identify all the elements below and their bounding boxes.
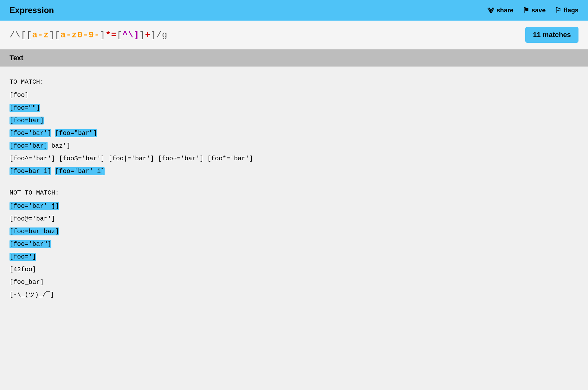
- spacer-1: [10, 178, 578, 187]
- match-8: [foo='bar' j]: [10, 202, 59, 210]
- text-line-15: [-\_(ツ)_/¯]: [10, 289, 578, 301]
- regex-literal-bracket-close: ]: [151, 30, 156, 40]
- text-line-9: [foo@='bar']: [10, 213, 578, 225]
- text-section-header: Text: [0, 49, 588, 67]
- regex-neg-class-close: ]: [139, 30, 145, 40]
- flags-icon: ⚐: [555, 6, 561, 15]
- match-2: [foo=bar]: [10, 117, 44, 125]
- match-4: [foo="bar"]: [55, 129, 97, 137]
- not-to-match-label: NOT TO MATCH:: [10, 187, 578, 199]
- regex-delimiter-close: /: [156, 30, 162, 40]
- match-9: [foo=bar baz]: [10, 227, 59, 235]
- text-line-7: [foo=bar i] [foo='bar' i]: [10, 165, 578, 177]
- match-3: [foo='bar']: [10, 129, 51, 137]
- text-line-8: [foo='bar' j]: [10, 200, 578, 212]
- regex-flags: g: [162, 30, 168, 40]
- match-1: [foo=""]: [10, 104, 40, 112]
- text-line-4: [foo='bar'] [foo="bar"]: [10, 127, 578, 139]
- match-6: [foo=bar i]: [10, 167, 51, 175]
- text-line-1: [foo]: [10, 89, 578, 101]
- regex-char-class-open2: [: [55, 30, 60, 40]
- save-icon: ⚑: [523, 6, 529, 15]
- text-line-6: [foo^='bar'] [foo$='bar'] [foo|='bar'] […: [10, 153, 578, 165]
- match-7: [foo='bar' i]: [55, 167, 105, 175]
- save-button[interactable]: ⚑ save: [523, 6, 546, 15]
- app-title: Expression: [10, 5, 54, 15]
- regex-range-az: a-z: [32, 30, 49, 40]
- regex-range-az09: a-z0-9-: [60, 30, 100, 40]
- flags-button[interactable]: ⚐ flags: [555, 6, 578, 15]
- regex-neg-class-open: [: [117, 30, 122, 40]
- regex-equals: =: [111, 30, 117, 40]
- match-10: [foo='bar"]: [10, 240, 51, 248]
- match-11: [foo=']: [10, 253, 36, 261]
- matches-badge[interactable]: 11 matches: [525, 27, 578, 43]
- text-line-11: [foo='bar"]: [10, 238, 578, 250]
- share-button[interactable]: ⨈ share: [487, 6, 513, 15]
- regex-quantifier-plus: +: [145, 30, 151, 40]
- regex-neg-class-content: ^\]: [122, 30, 139, 40]
- regex-char-class-close2: ]: [100, 30, 106, 40]
- text-line-10: [foo=bar baz]: [10, 226, 578, 238]
- text-line-13: [42foo]: [10, 264, 578, 276]
- share-icon: ⨈: [487, 6, 494, 15]
- text-line-3: [foo=bar]: [10, 115, 578, 127]
- expression-bar: /\[[a-z][a-z0-9-]*=[^\]]+]/g 11 matches: [0, 21, 588, 49]
- app-header: Expression ⨈ share ⚑ save ⚐ flags: [0, 0, 588, 21]
- expression-display: /\[[a-z][a-z0-9-]*=[^\]]+]/g: [10, 30, 168, 40]
- regex-char-class-close1: ]: [49, 30, 55, 40]
- regex-escape-backslash: \[: [15, 30, 27, 40]
- regex-quantifier-star: *: [106, 30, 111, 40]
- text-line-5: [foo='bar] baz']: [10, 140, 578, 152]
- regex-delimiter-open: /: [10, 30, 15, 40]
- text-content: TO MATCH: [foo] [foo=""] [foo=bar] [foo=…: [0, 67, 588, 314]
- text-line-14: [foo_bar]: [10, 276, 578, 288]
- match-5: [foo='bar]: [10, 142, 48, 150]
- text-line-2: [foo=""]: [10, 102, 578, 114]
- regex-char-class-open1: [: [26, 30, 32, 40]
- header-actions: ⨈ share ⚑ save ⚐ flags: [487, 6, 578, 15]
- text-line-12: [foo=']: [10, 251, 578, 263]
- to-match-label: TO MATCH:: [10, 76, 578, 88]
